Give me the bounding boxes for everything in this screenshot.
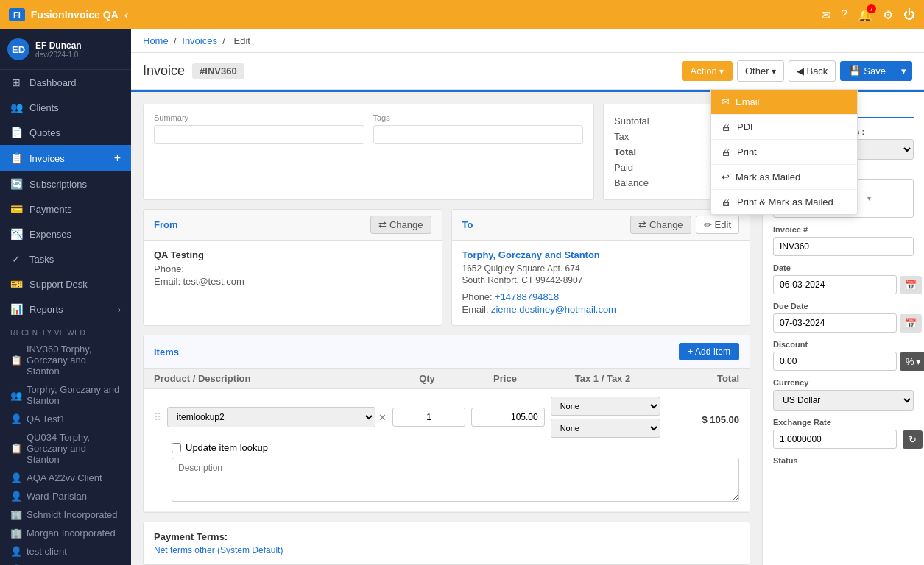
- help-icon[interactable]: ?: [841, 8, 847, 21]
- recent-item-label: AQA A22vv Client: [27, 472, 102, 483]
- item-clear-button[interactable]: ✕: [378, 412, 387, 423]
- recent-user3-icon: 👤: [10, 491, 22, 502]
- recent-item-ward[interactable]: 👤 Ward-Parisian: [0, 487, 131, 505]
- other-button[interactable]: Other ▾: [737, 60, 784, 82]
- recent-item-qu034[interactable]: 📋 QU034 Torphy, Gorczany and Stanton: [0, 428, 131, 469]
- recent-item-label: Ward-Parisian: [27, 491, 87, 502]
- sidebar-item-payments[interactable]: 💳 Payments: [0, 196, 131, 221]
- recent-item-qatest1[interactable]: 👤 QA Test1: [0, 410, 131, 428]
- sidebar-item-support[interactable]: 🎫 Support Desk: [0, 271, 131, 296]
- recent-item-label: QU034 Torphy, Gorczany and Stanton: [27, 432, 121, 465]
- dropdown-email[interactable]: ✉ Email: [711, 90, 857, 115]
- from-card: From ⇄ Change QA Testing Phone:: [143, 209, 442, 326]
- dropdown-pdf[interactable]: 🖨 PDF: [711, 115, 857, 140]
- date-input[interactable]: [773, 275, 897, 294]
- dropdown-print-label: Print: [737, 146, 757, 157]
- recent-item-aqa[interactable]: 👤 AQA A22vv Client: [0, 469, 131, 487]
- add-item-button[interactable]: + Add Item: [679, 343, 739, 360]
- exchange-rate-refresh-button[interactable]: ↻: [903, 430, 923, 449]
- username: EF Duncan: [35, 40, 82, 51]
- currency-select[interactable]: US Dollar: [773, 390, 914, 411]
- to-phone: Phone: +14788794818: [462, 291, 740, 302]
- add-invoice-button[interactable]: +: [114, 152, 121, 165]
- recent-item-qa2[interactable]: 👤 QA2: [0, 561, 131, 565]
- recent-user2-icon: 👤: [10, 472, 22, 483]
- sidebar-toggle[interactable]: ‹: [124, 7, 129, 23]
- discount-type-dropdown-icon: ▾: [916, 356, 921, 367]
- recent-item-test-client[interactable]: 👤 test client: [0, 542, 131, 561]
- subtotal-label: Subtotal: [614, 116, 649, 127]
- invoice-num-input[interactable]: [773, 237, 914, 256]
- action-button[interactable]: Action ▾: [682, 61, 733, 81]
- tags-input[interactable]: [373, 125, 584, 144]
- exchange-rate-input[interactable]: [773, 430, 897, 449]
- to-address1: 1652 Quigley Square Apt. 674: [462, 263, 740, 274]
- discount-input[interactable]: [773, 352, 897, 371]
- item-product-field: itemlookup2 ✕: [167, 407, 387, 427]
- save-dropdown-button[interactable]: ▾: [895, 61, 912, 81]
- dropdown-print-mark-label: Print & Mark as Mailed: [737, 196, 833, 207]
- recent-item-label: Morgan Incorporated: [27, 527, 116, 539]
- top-navigation: FI FusionInvoice QA ‹ ✉ ? 🔔 7 ⚙ ⏻: [0, 0, 924, 29]
- item-product-select[interactable]: itemlookup2: [167, 407, 375, 427]
- discount-row: % ▾: [773, 352, 914, 371]
- sidebar-item-subscriptions[interactable]: 🔄 Subscriptions: [0, 171, 131, 196]
- to-edit-button[interactable]: ✏ Edit: [696, 216, 739, 234]
- discount-type-button[interactable]: % ▾: [900, 352, 924, 371]
- payment-terms-dropdown-icon[interactable]: ▾: [867, 194, 909, 202]
- to-change-button[interactable]: ⇄ Change: [630, 216, 691, 234]
- dropdown-print[interactable]: 🖨 Print: [711, 140, 857, 165]
- item-price-field: [471, 408, 544, 427]
- sidebar-item-tasks[interactable]: ✓ Tasks: [0, 246, 131, 271]
- settings-icon[interactable]: ⚙: [883, 8, 893, 22]
- breadcrumb-home[interactable]: Home: [143, 35, 169, 46]
- items-header: Items + Add Item: [144, 335, 750, 369]
- app-name: FusionInvoice QA: [31, 9, 119, 21]
- item-qty-input[interactable]: [392, 408, 465, 427]
- sidebar-item-clients[interactable]: 👥 Clients: [0, 95, 131, 120]
- notifications-icon[interactable]: 🔔 7: [858, 8, 872, 22]
- item-tax1-select[interactable]: None: [551, 397, 660, 416]
- dropdown-mark-mailed[interactable]: ↩ Mark as Mailed: [711, 165, 857, 190]
- breadcrumb-invoices[interactable]: Invoices: [182, 35, 217, 46]
- to-email-link[interactable]: zieme.destiney@hotmail.com: [491, 304, 616, 315]
- dropdown-print-mark[interactable]: 🖨 Print & Mark as Mailed: [711, 190, 857, 214]
- due-date-input[interactable]: [773, 313, 897, 333]
- update-lookup-label: Update item lookup: [186, 442, 268, 453]
- item-description-textarea[interactable]: [172, 458, 739, 502]
- recent-item-label: Torphy, Gorczany and Stanton: [27, 384, 121, 406]
- summary-input[interactable]: [154, 125, 364, 144]
- recent-item-inv360[interactable]: 📋 INV360 Torphy, Gorczany and Stanton: [0, 340, 131, 380]
- recent-item-torphy[interactable]: 👥 Torphy, Gorczany and Stanton: [0, 380, 131, 410]
- recently-viewed-label: Recently Viewed: [0, 321, 131, 340]
- content-topbar: Home / Invoices / Edit: [131, 29, 924, 53]
- sidebar-item-expenses[interactable]: 📉 Expenses: [0, 221, 131, 246]
- power-icon[interactable]: ⏻: [903, 8, 915, 21]
- dashboard-icon: ⊞: [10, 77, 22, 88]
- sidebar-item-label: Clients: [29, 102, 59, 113]
- drag-handle-icon[interactable]: ⠿: [154, 411, 161, 423]
- recent-user4-icon: 👤: [10, 546, 22, 557]
- sidebar-item-reports[interactable]: 📊 Reports ›: [0, 296, 131, 321]
- total-label: Total: [614, 146, 636, 157]
- support-icon: 🎫: [10, 278, 22, 290]
- from-change-button[interactable]: ⇄ Change: [370, 216, 431, 234]
- sidebar-item-invoices[interactable]: 📋 Invoices +: [0, 145, 131, 171]
- client-name[interactable]: Torphy, Gorczany and Stanton: [462, 249, 740, 260]
- sidebar-item-quotes[interactable]: 📄 Quotes: [0, 120, 131, 145]
- item-price-input[interactable]: [471, 408, 544, 427]
- save-button[interactable]: 💾 Save: [840, 61, 895, 81]
- recent-item-schmidt[interactable]: 🏢 Schmidt Incorporated: [0, 505, 131, 524]
- tags-label: Tags: [373, 113, 584, 122]
- item-tax2-select[interactable]: None: [551, 419, 660, 438]
- to-phone-link[interactable]: +14788794818: [495, 291, 559, 302]
- sidebar-item-dashboard[interactable]: ⊞ Dashboard: [0, 70, 131, 95]
- expenses-icon: 📉: [10, 228, 22, 240]
- back-button[interactable]: ◀ Back: [789, 60, 836, 82]
- update-lookup-checkbox[interactable]: [172, 443, 181, 452]
- mail-icon[interactable]: ✉: [821, 8, 830, 22]
- due-date-calendar-button[interactable]: 📅: [900, 314, 922, 333]
- print-icon: 🖨: [722, 146, 731, 157]
- recent-item-morgan[interactable]: 🏢 Morgan Incorporated: [0, 524, 131, 542]
- date-calendar-button[interactable]: 📅: [900, 276, 922, 294]
